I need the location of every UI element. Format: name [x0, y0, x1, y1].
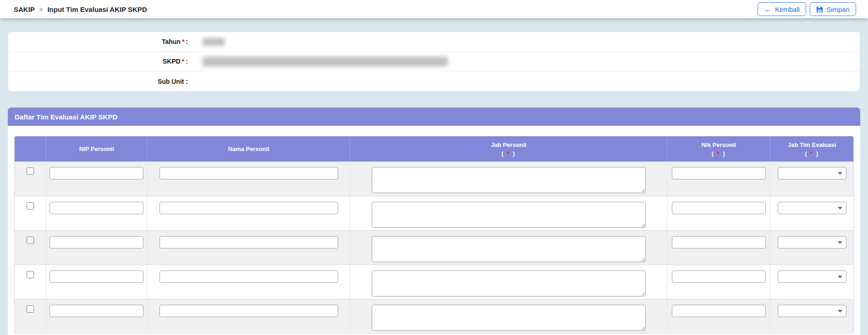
nik-personil-input[interactable]: [672, 167, 766, 179]
jab-personil-textarea[interactable]: [372, 236, 646, 262]
skpd-label: SKPD*:: [8, 58, 188, 65]
table-row: [15, 162, 853, 196]
jab-personil-textarea[interactable]: [372, 202, 646, 228]
column-header-jab-tim-evaluasi: Jab Tim Evaluasi ( * ): [770, 136, 853, 162]
tim-evaluasi-table: NIP Personil Nama Personil Jab Personil …: [14, 136, 854, 334]
breadcrumb: SAKIP > Input Tim Evaluasi AKIP SKPD: [14, 5, 147, 13]
breadcrumb-root[interactable]: SAKIP: [14, 5, 35, 13]
column-header-jab-personil: Jab Personil ( * ): [350, 136, 667, 162]
save-button-label: Simpan: [826, 5, 850, 13]
row-select-checkbox[interactable]: [27, 168, 34, 175]
form-row-skpd: SKPD*:: [8, 52, 860, 71]
jab-personil-textarea[interactable]: [372, 270, 646, 297]
jab-tim-evaluasi-select[interactable]: [778, 305, 846, 317]
nik-personil-input[interactable]: [672, 270, 766, 283]
column-header-select: [15, 136, 46, 162]
panel-title: Daftar Tim Evaluasi AKIP SKPD: [8, 108, 860, 126]
panel-daftar-tim-evaluasi: Daftar Tim Evaluasi AKIP SKPD NIP Person…: [8, 108, 860, 335]
nip-personil-input[interactable]: [49, 270, 143, 283]
table-row: [15, 265, 853, 299]
save-button[interactable]: Simpan: [810, 2, 856, 16]
nama-personil-input[interactable]: [159, 270, 338, 283]
table-body: [15, 162, 853, 333]
jab-tim-evaluasi-select[interactable]: [778, 270, 846, 283]
breadcrumb-current: Input Tim Evaluasi AKIP SKPD: [47, 5, 147, 13]
breadcrumb-separator-icon: >: [39, 6, 43, 13]
jab-tim-evaluasi-select[interactable]: [778, 167, 846, 179]
required-asterisk: *: [182, 38, 184, 45]
nip-personil-input[interactable]: [49, 167, 143, 179]
panel-body: NIP Personil Nama Personil Jab Personil …: [8, 126, 860, 334]
nik-personil-input[interactable]: [672, 305, 766, 317]
jab-tim-evaluasi-select[interactable]: [778, 202, 846, 214]
form-card: Tahun*: SKPD*: Sub Unit :: [8, 32, 860, 92]
skpd-value: [203, 57, 448, 66]
back-button-label: Kembali: [775, 5, 800, 13]
nik-personil-input[interactable]: [672, 236, 766, 249]
save-icon: [816, 6, 823, 13]
row-select-checkbox[interactable]: [27, 237, 34, 244]
row-select-checkbox[interactable]: [27, 271, 34, 278]
sub-unit-label: Sub Unit :: [8, 78, 188, 85]
table-row: [15, 299, 853, 333]
required-asterisk: *: [810, 150, 813, 157]
form-row-tahun: Tahun*:: [8, 32, 860, 52]
nama-personil-input[interactable]: [159, 202, 338, 214]
table-header-row: NIP Personil Nama Personil Jab Personil …: [15, 136, 853, 162]
skpd-value-redacted: [203, 57, 448, 66]
table-row: [15, 230, 853, 265]
column-header-nik-personil: Nik Personil ( * ): [667, 136, 770, 162]
jab-personil-textarea[interactable]: [372, 167, 646, 193]
tahun-label: Tahun*:: [8, 38, 188, 45]
nip-personil-input[interactable]: [49, 236, 143, 249]
topbar-actions: ← Kembali Simpan: [758, 2, 856, 16]
column-header-nama-personil: Nama Personil: [147, 136, 350, 162]
arrow-left-icon: ←: [764, 5, 772, 13]
nama-personil-input[interactable]: [159, 305, 338, 317]
required-asterisk: *: [507, 150, 510, 157]
row-select-checkbox[interactable]: [27, 305, 34, 313]
form-row-sub-unit: Sub Unit :: [8, 71, 860, 91]
column-header-nip-personil: NIP Personil: [46, 136, 148, 162]
nip-personil-input[interactable]: [49, 305, 143, 317]
jab-tim-evaluasi-select[interactable]: [778, 236, 846, 249]
jab-personil-textarea[interactable]: [372, 305, 646, 331]
table-row: [15, 196, 853, 230]
topbar: SAKIP > Input Tim Evaluasi AKIP SKPD ← K…: [0, 0, 868, 18]
tahun-value: [203, 38, 225, 46]
nama-personil-input[interactable]: [159, 167, 338, 179]
required-asterisk: *: [182, 58, 184, 65]
tahun-value-redacted: [203, 38, 225, 46]
nama-personil-input[interactable]: [159, 236, 338, 249]
nip-personil-input[interactable]: [49, 202, 143, 214]
required-asterisk: *: [717, 150, 720, 157]
nik-personil-input[interactable]: [672, 202, 766, 214]
page-content: Tahun*: SKPD*: Sub Unit : Daftar Tim Eva…: [0, 32, 868, 335]
back-button[interactable]: ← Kembali: [758, 2, 806, 16]
row-select-checkbox[interactable]: [27, 202, 34, 210]
